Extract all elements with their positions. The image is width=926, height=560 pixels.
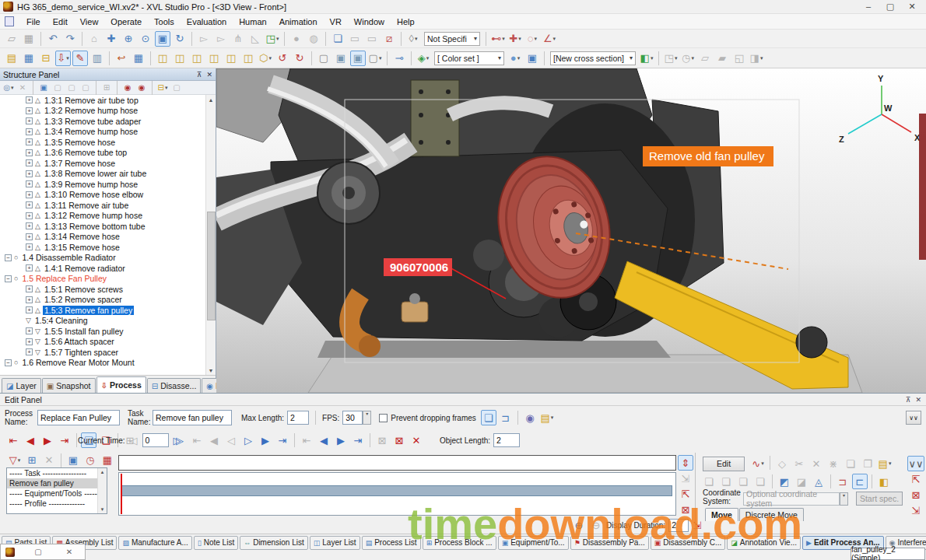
tree-row[interactable]: +△1.3:4 Remove hump hose (0, 127, 216, 138)
tree-row[interactable]: +△1.3:6 Remove tube top (0, 148, 216, 159)
tree-row[interactable]: +△1.3:2 Remove hump hose (0, 106, 216, 117)
scroll-down-icon[interactable]: ▼ (100, 507, 105, 512)
tree-row[interactable]: +△1.5:2 Remove spacer (0, 295, 216, 306)
export-frame-icon[interactable]: ⊐ (498, 410, 514, 425)
view-back-icon[interactable]: ◫ (172, 51, 188, 66)
frame-forward-button[interactable]: ▷ (240, 432, 256, 448)
track-list-scrollbar[interactable]: ▲▼ (97, 468, 107, 513)
shading-wire-icon[interactable]: ▢ (316, 51, 331, 66)
measure-rotate-icon[interactable]: ◌▾ (524, 31, 540, 47)
bottom-tab-annotationvie[interactable]: ◪Annotation Vie... (727, 536, 801, 550)
collapse-track-icon[interactable]: ⇱ (678, 486, 693, 502)
delete-all-keys-button[interactable]: ✕ (409, 432, 424, 448)
view-top-icon[interactable]: ◫ (223, 51, 239, 66)
prev-key-button[interactable]: ◀ (23, 432, 38, 448)
track-options-icon[interactable]: ⊠ (678, 502, 693, 517)
display-duration-input[interactable]: 2 (668, 519, 689, 532)
ep-expand-icon[interactable]: ∨∨ (907, 456, 924, 471)
pin-icon[interactable]: ⊼ (906, 396, 911, 404)
tree-row[interactable]: +△1.3:5 Remove hose (0, 137, 216, 148)
process-mode-icon[interactable]: ⇩▾ (55, 51, 71, 66)
measure-angle-icon[interactable]: ∠▾ (542, 31, 557, 47)
tree-row[interactable]: +△1.3:11 Remove air tube (0, 200, 216, 211)
track-list[interactable]: ----- Task -----------------Remove fan p… (6, 467, 107, 514)
fit-timeline-icon[interactable]: ⇕ (678, 455, 693, 471)
view-right-icon[interactable]: ◫ (206, 51, 222, 66)
instruction-label[interactable]: Remove old fan pulley (643, 146, 773, 166)
edit-button[interactable]: Edit (703, 457, 745, 471)
ghost-icon[interactable]: ⊐ (835, 474, 851, 489)
view-bottom-icon[interactable]: ◫ (240, 51, 256, 66)
bottom-tab-processlist[interactable]: ▤Process List (362, 536, 421, 550)
bottom-tab-disassemblyc[interactable]: ▣Disassembly C... (651, 536, 726, 550)
track-list-item[interactable]: ----- Profile -------------- (7, 499, 107, 509)
bottom-tab-notelist[interactable]: ▯Note List (194, 536, 238, 550)
menu-human[interactable]: Human (233, 16, 272, 28)
tree-row[interactable]: +△1.3:15 Remove hose (0, 242, 216, 253)
tree-row[interactable]: +△1.3:7 Remove hose (0, 158, 216, 169)
expand-icon[interactable]: + (26, 138, 33, 145)
view-iso-icon[interactable]: ⬡▾ (258, 51, 273, 66)
ep-red-tool3-icon[interactable]: ⇲ (908, 502, 924, 518)
timeline-track-area[interactable] (118, 472, 676, 516)
tree-row[interactable]: +△1.3:3 Remove tube adaper (0, 116, 216, 127)
material-select[interactable]: Not Specifi▾ (424, 32, 480, 46)
bottom-tab-equipmentto[interactable]: ▣Equipment/To... (498, 536, 569, 550)
play-end-button[interactable]: ⇥ (350, 432, 366, 448)
tree-item-label[interactable]: 1.3:3 Remove tube adaper (43, 117, 142, 126)
paint-material-icon[interactable]: ◊▾ (405, 31, 421, 47)
expand-icon[interactable]: + (26, 128, 33, 135)
close-button[interactable]: ✕ (901, 2, 923, 12)
tree-item-label[interactable]: 1.5:3 Remove fan pulley (43, 306, 134, 315)
expand-icon[interactable]: + (26, 170, 33, 177)
save-icon[interactable]: ▦ (21, 31, 37, 47)
anim-curve-icon[interactable]: ∿▾ (750, 456, 766, 471)
record-path-icon[interactable]: ◬ (811, 474, 826, 489)
ep-red-tool1-icon[interactable]: ⇱ (908, 471, 924, 487)
tree-row[interactable]: +△1.3:1 Remove air tube top (0, 95, 216, 106)
tree-display-icon[interactable]: ⊟▾ (156, 82, 169, 93)
tree-row[interactable]: +△1.3:8 Remove lower air tube (0, 169, 216, 180)
orbit-icon[interactable]: ⊕ (121, 31, 136, 47)
expand-icon[interactable]: + (26, 212, 33, 219)
first-frame-button[interactable]: ⇤ (5, 432, 21, 448)
tree-item-label[interactable]: 1.3:13 Remove bottom tube (43, 222, 147, 231)
expand-icon[interactable]: + (26, 159, 33, 166)
object-length-input[interactable]: 2 (493, 433, 520, 447)
tree-item-label[interactable]: 1.3:6 Remove tube top (43, 148, 128, 157)
coord-dropdown-icon[interactable]: ▾ (840, 492, 848, 506)
snapshot-key-icon[interactable]: ◧ (876, 474, 892, 489)
book-icon[interactable]: ▥ (89, 51, 105, 66)
fps-dropdown-icon[interactable]: ▾ (363, 411, 371, 425)
current-time-input[interactable]: 0 (142, 433, 169, 447)
camera-track-icon[interactable]: ▣ (65, 453, 81, 468)
tree-row[interactable]: −○1.6 Remove Rear Motor Mount (0, 358, 216, 369)
collapse-icon[interactable]: − (5, 254, 12, 261)
tree-row[interactable]: +△1.5:3 Remove fan pulley (0, 305, 216, 316)
clock-icon[interactable]: ◷ (82, 453, 98, 468)
grid-snap-icon[interactable]: ▦ (131, 51, 146, 66)
cross-section-select[interactable]: [New cross section]▾ (550, 51, 636, 65)
expand-icon[interactable]: + (26, 180, 33, 187)
pin-icon[interactable]: ⊼ (197, 71, 202, 79)
zoom-icon[interactable]: ⊙ (138, 31, 153, 47)
next-key-button[interactable]: ▶ (40, 432, 55, 448)
bottom-tab-processblock[interactable]: ⊞Process Block ... (423, 536, 496, 550)
menu-help[interactable]: Help (391, 16, 421, 28)
max-length-input[interactable]: 2 (287, 411, 309, 425)
expand-icon[interactable]: + (26, 338, 33, 345)
menu-vr[interactable]: VR (324, 16, 348, 28)
tree-row[interactable]: +△1.3:10 Remove hose elbow (0, 190, 216, 201)
close-panel-icon[interactable]: ✕ (915, 396, 921, 404)
undo-icon[interactable]: ↶ (45, 31, 61, 47)
minimize-button[interactable]: – (858, 2, 879, 12)
tree-row[interactable]: +▽1.5:7 Tighten spacer (0, 347, 216, 358)
tree-item-label[interactable]: 1.3:8 Remove lower air tube (43, 169, 148, 178)
scroll-down-icon[interactable]: ▼ (206, 366, 216, 376)
tree-item-label[interactable]: 1.5:4 Cleaning (33, 316, 89, 325)
play-back-button[interactable]: ◀ (316, 432, 331, 448)
bottom-tab-manufacturea[interactable]: ▨Manufacture A... (118, 536, 191, 550)
shading-solid-icon[interactable]: ▣ (333, 51, 349, 66)
animation-track-bar[interactable] (121, 485, 672, 496)
search-icon[interactable]: ◎▾ (2, 82, 15, 93)
